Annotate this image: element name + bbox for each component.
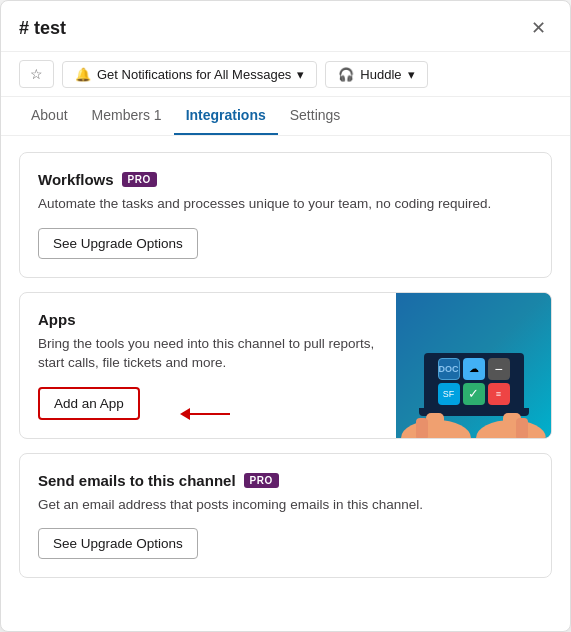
workflows-card: Workflows PRO Automate the tasks and pro… — [19, 152, 552, 278]
email-description: Get an email address that posts incoming… — [38, 495, 533, 515]
toolbar: ☆ 🔔 Get Notifications for All Messages ▾… — [1, 52, 570, 97]
star-button[interactable]: ☆ — [19, 60, 54, 88]
apps-description: Bring the tools you need into this chann… — [38, 334, 378, 373]
huddle-button[interactable]: 🎧 Huddle ▾ — [325, 61, 427, 88]
notifications-label: Get Notifications for All Messages — [97, 67, 291, 82]
app-icon-doc: DOC — [438, 358, 460, 380]
app-icon-minus: − — [488, 358, 510, 380]
arrow-head — [180, 408, 190, 420]
apps-card: Apps Bring the tools you need into this … — [19, 292, 552, 439]
svg-rect-4 — [416, 418, 428, 438]
star-icon: ☆ — [30, 66, 43, 82]
apps-illustration: DOC ☁ − SF ✓ ≡ — [396, 293, 551, 438]
close-button[interactable]: ✕ — [525, 15, 552, 41]
arrow-line — [190, 413, 230, 415]
workflows-upgrade-button[interactable]: See Upgrade Options — [38, 228, 198, 259]
arrow-indicator — [180, 408, 230, 420]
tab-members[interactable]: Members 1 — [80, 97, 174, 135]
tab-about[interactable]: About — [19, 97, 80, 135]
svg-rect-2 — [426, 413, 444, 438]
huddle-label: Huddle — [360, 67, 401, 82]
workflows-description: Automate the tasks and processes unique … — [38, 194, 533, 214]
svg-rect-5 — [516, 418, 528, 438]
email-upgrade-button[interactable]: See Upgrade Options — [38, 528, 198, 559]
bell-icon: 🔔 — [75, 67, 91, 82]
workflows-pro-badge: PRO — [122, 172, 157, 187]
email-card: Send emails to this channel PRO Get an e… — [19, 453, 552, 579]
notifications-button[interactable]: 🔔 Get Notifications for All Messages ▾ — [62, 61, 317, 88]
main-window: # test ✕ ☆ 🔔 Get Notifications for All M… — [0, 0, 571, 632]
title-bar: # test ✕ — [1, 1, 570, 52]
apps-card-content: Apps Bring the tools you need into this … — [20, 293, 396, 438]
workflows-title: Workflows — [38, 171, 114, 188]
close-icon: ✕ — [531, 18, 546, 38]
add-app-button[interactable]: Add an App — [38, 387, 140, 420]
illustration-background: DOC ☁ − SF ✓ ≡ — [396, 293, 551, 438]
chevron-down-icon: ▾ — [297, 67, 304, 82]
workflows-card-header: Workflows PRO — [38, 171, 533, 188]
chevron-down-icon: ▾ — [408, 67, 415, 82]
email-card-header: Send emails to this channel PRO — [38, 472, 533, 489]
window-title: # test — [19, 18, 66, 39]
email-title: Send emails to this channel — [38, 472, 236, 489]
app-icon-cloud: ☁ — [463, 358, 485, 380]
headphone-icon: 🎧 — [338, 67, 354, 82]
content-area: Workflows PRO Automate the tasks and pro… — [1, 136, 570, 631]
apps-title: Apps — [38, 311, 76, 328]
tab-settings[interactable]: Settings — [278, 97, 353, 135]
email-pro-badge: PRO — [244, 473, 279, 488]
nav-tabs: About Members 1 Integrations Settings — [1, 97, 570, 136]
tab-integrations[interactable]: Integrations — [174, 97, 278, 135]
apps-card-header: Apps — [38, 311, 378, 328]
hands-svg — [396, 383, 551, 438]
